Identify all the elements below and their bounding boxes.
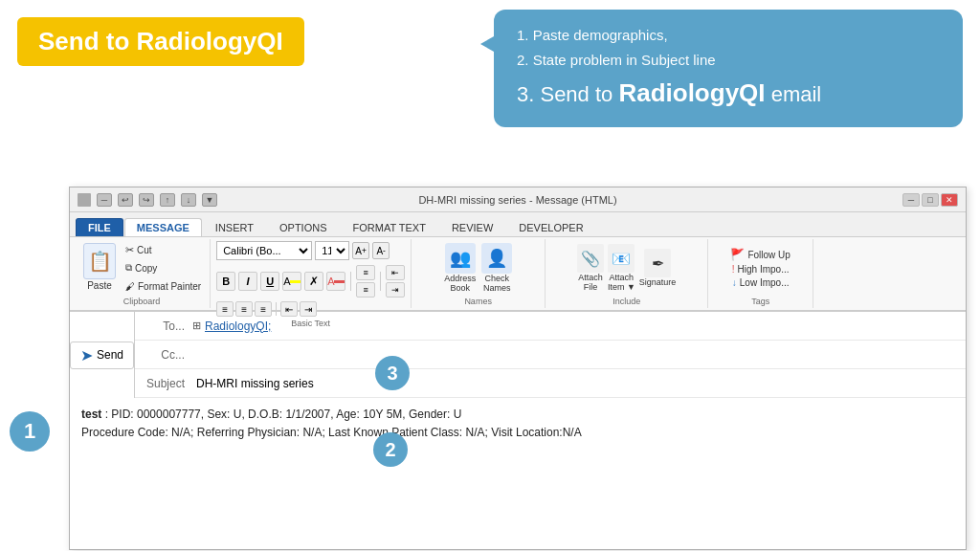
check-names-button[interactable]: 👤 CheckNames	[481, 243, 512, 293]
cc-input[interactable]	[192, 346, 966, 364]
basic-text-group: Calibri (Bo... 11 A+ A- B I U A ✗ A	[211, 239, 412, 308]
font-shrink-btn[interactable]: A-	[372, 242, 390, 259]
bubble-line3-prefix: 3. Send to	[517, 82, 618, 106]
clear-format-btn[interactable]: ✗	[304, 272, 323, 291]
undo-btn[interactable]: ↩	[118, 193, 133, 207]
high-importance-icon: !	[732, 264, 735, 275]
copy-label: Copy	[135, 263, 157, 274]
high-importance-item[interactable]: ! High Impo...	[732, 264, 790, 275]
tab-options[interactable]: OPTIONS	[267, 218, 340, 236]
format-painter-button[interactable]: 🖌 Format Painter	[122, 277, 204, 295]
clipboard-group: 📋 Paste ✂ Cut ⧉ Copy 🖌 Format Painter	[74, 239, 211, 308]
highlight-color-btn[interactable]: A	[282, 272, 301, 291]
attach-item-icon: 📧	[608, 244, 635, 273]
align-right-btn[interactable]: ≡	[255, 301, 272, 317]
increase-indent-btn[interactable]: ⇥	[386, 282, 405, 298]
subject-row: Subject DH-MRI missing series	[135, 369, 966, 398]
yellow-banner-text: Send to RadiologyQI	[38, 27, 283, 55]
format-row: B I U A ✗ A ≡ ≡ ⇤ ⇥	[216, 265, 405, 298]
align-left-btn[interactable]: ≡	[216, 301, 234, 317]
decrease-align-btn[interactable]: ⇤	[280, 301, 298, 317]
font-controls: Calibri (Bo... 11 A+ A-	[216, 241, 390, 260]
email-body[interactable]: test : PID: 0000007777, Sex: U, D.O.B: 1…	[70, 398, 966, 450]
send-button[interactable]: ➤ Send	[70, 342, 134, 369]
clipboard-label: Clipboard	[123, 295, 161, 306]
to-value[interactable]: RadiologyQI;	[205, 320, 271, 333]
paste-label: Paste	[87, 280, 112, 291]
tab-insert[interactable]: INSERT	[203, 218, 266, 236]
decrease-indent-btn[interactable]: ⇤	[386, 265, 405, 280]
cut-button[interactable]: ✂ Cut	[122, 241, 204, 258]
minimize-btn[interactable]: ─	[97, 193, 112, 207]
attach-item-label: AttachItem ▼	[608, 273, 635, 292]
send-icon: ➤	[80, 346, 93, 364]
font-grow-btn[interactable]: A+	[352, 242, 369, 259]
align-row: ≡ ≡ ≡ ⇤ ⇥	[216, 301, 317, 317]
address-book-button[interactable]: 👥 AddressBook	[444, 243, 476, 293]
bold-button[interactable]: B	[216, 272, 235, 291]
attach-file-icon: 📎	[577, 244, 604, 273]
copy-icon: ⧉	[125, 262, 132, 274]
low-importance-item[interactable]: ↓ Low Impo...	[732, 277, 790, 288]
italic-button[interactable]: I	[238, 272, 257, 291]
up-btn[interactable]: ↑	[160, 193, 175, 207]
title-bar-left: ─ ↩ ↪ ↑ ↓ ▼	[78, 193, 217, 207]
copy-button[interactable]: ⧉ Copy	[122, 259, 204, 276]
redo-btn[interactable]: ↪	[139, 193, 154, 207]
signature-button[interactable]: ✒ Signature	[639, 249, 677, 287]
email-body-line2: Procedure Code: N/A; Referring Physician…	[81, 424, 954, 442]
to-label[interactable]: To...	[135, 320, 192, 333]
email-body-line1: test : PID: 0000007777, Sex: U, D.O.B: 1…	[81, 406, 954, 424]
follow-up-icon: 🚩	[730, 248, 745, 261]
tab-review[interactable]: REVIEW	[439, 218, 505, 236]
number-list-btn[interactable]: ≡	[356, 282, 375, 298]
basic-text-content: Calibri (Bo... 11 A+ A- B I U A ✗ A	[216, 241, 405, 317]
win-restore-btn[interactable]: □	[922, 193, 939, 207]
window-title: DH-MRI missing series - Message (HTML)	[418, 194, 616, 206]
bullet-list-btn[interactable]: ≡	[356, 265, 375, 280]
win-minimize-btn[interactable]: ─	[902, 193, 920, 207]
bubble-line3-suffix: email	[766, 82, 822, 106]
names-label: Names	[464, 295, 492, 306]
align-center-btn[interactable]: ≡	[235, 301, 253, 317]
tags-content: 🚩 Follow Up ! High Impo... ↓ Low Impo...	[730, 241, 790, 295]
font-family-select[interactable]: Calibri (Bo...	[216, 241, 312, 260]
font-color-btn[interactable]: A	[326, 272, 345, 291]
low-importance-label: Low Impo...	[740, 277, 790, 288]
paste-button[interactable]: 📋 Paste	[79, 241, 120, 293]
outlook-window: ─ ↩ ↪ ↑ ↓ ▼ DH-MRI missing series - Mess…	[69, 187, 967, 550]
tab-file[interactable]: FILE	[76, 218, 123, 236]
include-label: Include	[612, 295, 640, 306]
underline-button[interactable]: U	[260, 272, 279, 291]
circle-1-label: 1	[24, 419, 35, 444]
send-area-wrapper: ➤ Send To... ⊞ RadiologyQI; Cc...	[70, 312, 966, 398]
increase-align-btn[interactable]: ⇥	[300, 301, 317, 317]
bubble-line2: 2. State problem in Subject line	[517, 48, 944, 73]
tab-format-text[interactable]: FORMAT TEXT	[341, 218, 438, 236]
attach-file-button[interactable]: 📎 AttachFile	[577, 244, 604, 292]
paste-icon: 📋	[83, 243, 116, 279]
separator2	[380, 272, 381, 291]
names-content: 👥 AddressBook 👤 CheckNames	[444, 241, 512, 295]
circle-2-label: 2	[385, 439, 395, 461]
win-close-btn[interactable]: ✕	[941, 193, 958, 207]
to-contact-icon: ⊞	[192, 320, 201, 332]
compose-area: ➤ Send To... ⊞ RadiologyQI; Cc...	[70, 312, 966, 450]
font-size-select[interactable]: 11	[315, 241, 349, 260]
indent-buttons: ⇤ ⇥	[386, 265, 405, 298]
circle-3-label: 3	[387, 363, 397, 385]
address-book-label: AddressBook	[444, 274, 476, 293]
attach-item-button[interactable]: 📧 AttachItem ▼	[608, 244, 635, 292]
tab-developer[interactable]: DEVELOPER	[506, 218, 595, 236]
customize-btn[interactable]: ▼	[202, 193, 217, 207]
tab-message[interactable]: MESSAGE	[124, 218, 202, 236]
yellow-banner: Send to RadiologyQI	[17, 17, 304, 66]
cc-label[interactable]: Cc...	[135, 348, 192, 362]
format-painter-label: Format Painter	[138, 281, 201, 292]
follow-up-item[interactable]: 🚩 Follow Up	[730, 248, 790, 261]
bubble-line1: 1. Paste demographics,	[517, 23, 944, 48]
separator3	[276, 302, 277, 316]
subject-value[interactable]: DH-MRI missing series	[192, 375, 318, 392]
signature-icon: ✒	[644, 249, 671, 277]
down-btn[interactable]: ↓	[181, 193, 196, 207]
